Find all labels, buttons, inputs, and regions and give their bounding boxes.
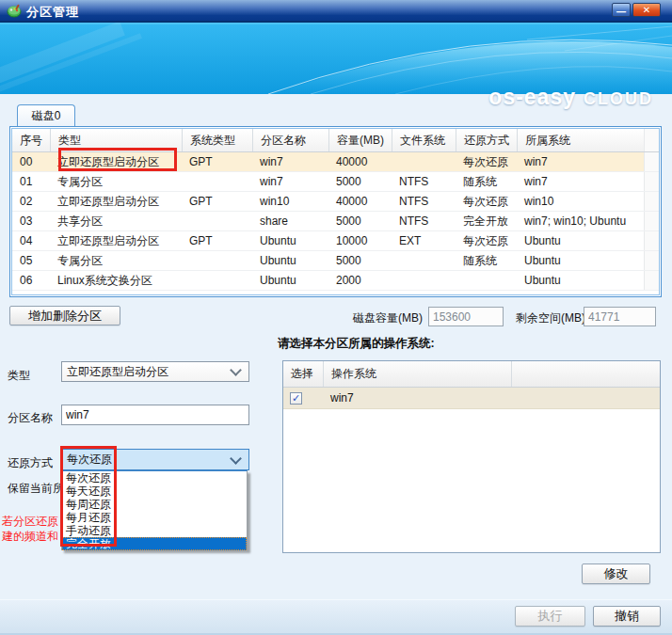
titlebar: 分区管理 — ✕ [0, 0, 672, 23]
cell: 每次还原 [456, 152, 517, 171]
table-row-03[interactable]: 03 共享分区 share 5000 NTFS 完全开放 win7; win10… [12, 212, 659, 231]
partition-table: 序号 类型 系统类型 分区名称 容量(MB) 文件系统 还原方式 所属系统 00… [9, 126, 662, 297]
chevron-down-icon [230, 364, 242, 376]
cell: Ubuntu [252, 251, 328, 270]
partition-manager-window: 分区管理 — ✕ [0, 0, 672, 635]
execute-button[interactable]: 执行 [515, 606, 585, 627]
cell: 00 [12, 152, 50, 171]
restore-option-fully-open[interactable]: 完全开放 [62, 537, 247, 550]
table-row-02[interactable]: 02 立即还原型启动分区 GPT win10 40000 NTFS 每次还原 w… [12, 192, 659, 212]
minimize-icon: — [616, 9, 626, 15]
cell: 专属分区 [50, 251, 182, 270]
cell [644, 231, 659, 250]
occluded-static-text: 保留当前所 [8, 481, 64, 497]
os-table-header: 选择 操作系统 [283, 361, 660, 388]
cell: 立即还原型启动分区 [50, 152, 182, 171]
table-row-00[interactable]: 00 立即还原型启动分区 GPT win7 40000 每次还原 win7 [12, 152, 659, 172]
logo-text-primary: os-easy [488, 85, 576, 109]
cell: 06 [12, 271, 50, 290]
cell: Ubuntu [517, 271, 644, 290]
cell: Ubuntu [517, 251, 644, 270]
cell [182, 172, 252, 191]
free-space-label: 剩余空间(MB) [516, 310, 585, 326]
table-row-01[interactable]: 01 专属分区 win7 5000 NTFS 随系统 win7 [12, 172, 659, 192]
table-row-05[interactable]: 05 专属分区 Ubuntu 5000 随系统 Ubuntu [12, 251, 659, 271]
cell [182, 212, 252, 230]
col-header-type[interactable]: 类型 [50, 129, 182, 151]
close-button[interactable]: ✕ [632, 3, 661, 17]
col-header-index[interactable]: 序号 [12, 129, 50, 151]
cell: Linux系统交换分区 [50, 271, 182, 290]
warning-text-line2: 建的频道和 [2, 529, 58, 545]
disk-capacity-label: 磁盘容量(MB) [353, 310, 423, 326]
undo-button[interactable]: 撤销 [593, 606, 661, 627]
cell [392, 271, 456, 290]
col-header-restore[interactable]: 还原方式 [456, 129, 517, 151]
cell: win7 [517, 172, 644, 191]
table-row-06[interactable]: 06 Linux系统交换分区 Ubuntu 2000 Ubuntu [12, 271, 659, 291]
window-title: 分区管理 [26, 4, 79, 21]
restore-mode-select[interactable]: 每次还原 [61, 449, 249, 470]
cell [644, 212, 659, 230]
chevron-down-icon [230, 452, 242, 465]
cell: Ubuntu [517, 231, 644, 250]
cell: NTFS [392, 192, 456, 211]
cell [644, 192, 659, 211]
partition-name-input[interactable] [61, 405, 249, 425]
modify-button[interactable]: 修改 [582, 564, 650, 584]
cell: 5000 [328, 251, 392, 270]
logo-text-secondary: CLOUD [584, 89, 653, 108]
cell: 01 [12, 172, 50, 191]
app-icon [7, 3, 22, 18]
brand-banner: os-easyCLOUD [0, 23, 672, 94]
partition-table-header: 序号 类型 系统类型 分区名称 容量(MB) 文件系统 还原方式 所属系统 [12, 129, 659, 152]
execute-label: 执行 [538, 608, 563, 625]
cell [182, 251, 252, 270]
os-easy-cloud-logo: os-easyCLOUD [488, 85, 653, 110]
os-col-header-select[interactable]: 选择 [283, 361, 323, 387]
tab-disk0[interactable]: 磁盘0 [17, 104, 75, 127]
cell: 完全开放 [456, 212, 517, 230]
cell: 10000 [328, 231, 392, 250]
cell: 每次还原 [456, 192, 517, 211]
os-table-row-win7[interactable]: ✓ win7 [283, 388, 660, 409]
cell [182, 271, 252, 290]
tab-disk0-label: 磁盘0 [32, 108, 61, 124]
os-table: 选择 操作系统 ✓ win7 [282, 360, 661, 553]
col-header-name[interactable]: 分区名称 [252, 129, 328, 151]
checkbox-checked[interactable]: ✓ [290, 392, 302, 405]
add-delete-partition-button[interactable]: 增加删除分区 [9, 306, 120, 325]
cell: win7 [252, 172, 328, 191]
free-space-field [584, 307, 656, 326]
cell: NTFS [392, 212, 456, 230]
col-header-capacity[interactable]: 容量(MB) [328, 129, 392, 151]
cell: EXT [392, 231, 456, 250]
partition-name-label: 分区名称 [8, 410, 53, 426]
col-header-filesystem[interactable]: 文件系统 [392, 129, 456, 151]
cell: win10 [252, 192, 328, 211]
cell [644, 172, 659, 191]
os-row-select-cell: ✓ [283, 392, 323, 405]
cell: 5000 [328, 172, 392, 191]
cell: 40000 [328, 192, 392, 211]
cell: 专属分区 [50, 172, 182, 191]
cell [456, 271, 517, 290]
restore-mode-select-value: 每次还原 [62, 452, 232, 468]
cell: GPT [182, 231, 252, 250]
cell [644, 271, 659, 290]
cell [644, 251, 659, 270]
cell: Ubuntu [252, 231, 328, 250]
type-select[interactable]: 立即还原型启动分区 [61, 361, 249, 382]
os-row-name: win7 [323, 391, 511, 405]
table-row-04[interactable]: 04 立即还原型启动分区 GPT Ubuntu 10000 EXT 每次还原 U… [12, 231, 659, 251]
warning-text-line1: 若分区还原 [2, 514, 58, 530]
col-header-ossys[interactable]: 所属系统 [517, 129, 644, 151]
os-select-prompt: 请选择本分区所属的操作系统: [278, 336, 435, 352]
close-icon: ✕ [643, 5, 650, 15]
cell: 2000 [328, 271, 392, 290]
cell: 每次还原 [456, 231, 517, 250]
minimize-button[interactable]: — [612, 3, 631, 17]
os-col-header-os[interactable]: 操作系统 [323, 361, 511, 387]
cell: 40000 [328, 152, 392, 171]
col-header-systype[interactable]: 系统类型 [182, 129, 252, 151]
